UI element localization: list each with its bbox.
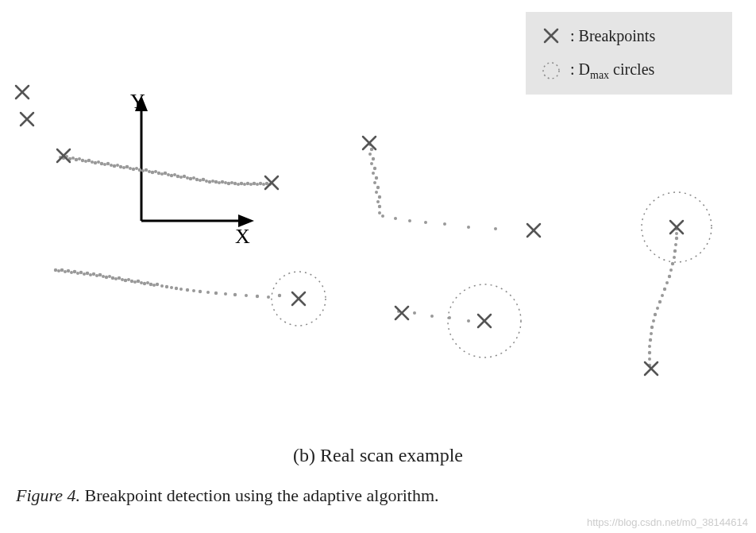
svg-point-16 (97, 160, 100, 164)
svg-point-126 (372, 172, 375, 175)
svg-point-97 (137, 280, 141, 284)
svg-point-50 (205, 180, 208, 183)
svg-point-101 (149, 283, 153, 287)
svg-point-19 (106, 162, 110, 165)
svg-point-107 (175, 287, 178, 290)
watermark: https://blog.csdn.net/m0_38144614 (587, 516, 748, 528)
seg-lower-left (54, 268, 281, 299)
svg-point-77 (73, 270, 77, 274)
svg-point-80 (83, 272, 86, 276)
svg-point-159 (663, 288, 666, 291)
svg-point-132 (376, 200, 380, 203)
svg-point-106 (170, 286, 173, 289)
svg-point-122 (368, 153, 372, 156)
svg-point-154 (652, 319, 655, 323)
svg-point-53 (214, 180, 218, 184)
svg-point-163 (671, 262, 674, 265)
svg-point-117 (256, 295, 259, 298)
svg-point-44 (186, 176, 189, 180)
svg-point-197 (543, 63, 559, 79)
svg-point-124 (370, 162, 373, 165)
svg-point-23 (119, 165, 122, 168)
svg-point-69 (265, 182, 268, 185)
svg-point-68 (262, 183, 265, 186)
svg-point-29 (138, 168, 142, 172)
svg-point-40 (173, 173, 176, 176)
svg-point-136 (394, 217, 397, 220)
svg-point-10 (78, 157, 81, 160)
svg-point-74 (64, 270, 67, 273)
svg-point-43 (183, 175, 186, 178)
svg-point-165 (673, 249, 677, 253)
svg-point-111 (199, 290, 202, 293)
svg-point-28 (135, 167, 138, 170)
svg-point-26 (129, 167, 132, 170)
svg-point-167 (675, 237, 678, 240)
svg-point-115 (233, 293, 237, 296)
scan-points (54, 143, 678, 367)
svg-point-56 (224, 181, 227, 184)
svg-point-148 (648, 357, 651, 361)
svg-point-36 (160, 172, 164, 176)
seg-mid-sparse-upper (381, 214, 497, 230)
svg-point-12 (84, 160, 87, 163)
svg-point-128 (373, 181, 376, 184)
svg-point-39 (170, 174, 173, 177)
svg-point-25 (125, 165, 129, 169)
caption-area: (b) Real scan example Figure 4. Breakpoi… (0, 445, 756, 506)
legend-box: : Breakpoints : Dmax circles (526, 12, 732, 95)
svg-point-158 (661, 294, 664, 297)
svg-point-37 (164, 172, 168, 176)
svg-point-89 (111, 276, 115, 280)
svg-point-112 (206, 291, 210, 294)
svg-point-116 (245, 294, 248, 297)
svg-point-130 (375, 191, 378, 194)
svg-point-62 (243, 183, 246, 186)
svg-point-88 (108, 275, 111, 278)
svg-point-137 (408, 219, 411, 222)
svg-point-139 (443, 222, 446, 226)
x-axis-label: X (235, 225, 250, 248)
svg-point-93 (124, 279, 128, 283)
svg-point-87 (105, 276, 108, 279)
dmax-circles (272, 192, 712, 357)
svg-point-17 (100, 162, 104, 166)
svg-point-103 (156, 283, 159, 286)
svg-point-95 (130, 280, 133, 283)
svg-point-113 (214, 292, 218, 295)
y-axis-label: Y (130, 90, 145, 113)
svg-point-59 (233, 182, 237, 185)
svg-point-119 (278, 294, 281, 297)
svg-point-42 (179, 176, 183, 179)
breakpoints (16, 86, 683, 375)
svg-point-79 (79, 271, 83, 274)
svg-point-63 (246, 182, 249, 185)
svg-point-67 (259, 182, 262, 185)
svg-point-11 (81, 159, 84, 162)
svg-point-127 (375, 176, 378, 180)
svg-point-66 (256, 183, 259, 186)
svg-point-108 (179, 288, 183, 291)
svg-point-34 (154, 170, 157, 173)
svg-point-27 (132, 168, 135, 171)
svg-point-164 (673, 256, 676, 259)
svg-point-38 (167, 173, 170, 176)
svg-point-48 (199, 179, 202, 182)
svg-point-105 (165, 285, 168, 288)
svg-point-47 (195, 178, 199, 181)
legend-row-dmax: : Dmax circles (538, 60, 716, 82)
axes (135, 95, 254, 227)
svg-point-65 (253, 182, 256, 186)
svg-point-118 (267, 295, 270, 299)
svg-point-153 (650, 326, 654, 329)
svg-point-110 (192, 289, 195, 292)
svg-point-140 (467, 226, 470, 229)
sub-caption: (b) Real scan example (16, 445, 740, 466)
svg-point-86 (102, 275, 105, 278)
svg-point-21 (113, 164, 117, 168)
svg-point-123 (372, 157, 375, 160)
svg-point-58 (230, 181, 233, 184)
svg-point-135 (381, 214, 384, 218)
svg-point-125 (373, 167, 376, 170)
svg-point-94 (127, 278, 130, 281)
